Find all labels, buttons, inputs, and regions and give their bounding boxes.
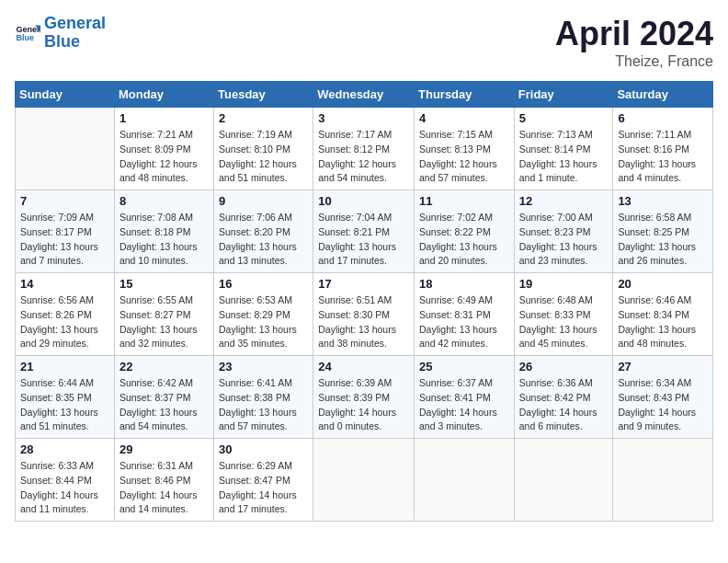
calendar-week-4: 21Sunrise: 6:44 AMSunset: 8:35 PMDayligh… [16, 356, 713, 439]
day-info: Sunrise: 7:13 AMSunset: 8:14 PMDaylight:… [519, 128, 609, 186]
calendar-cell: 25Sunrise: 6:37 AMSunset: 8:41 PMDayligh… [415, 356, 515, 439]
calendar-cell: 22Sunrise: 6:42 AMSunset: 8:37 PMDayligh… [114, 356, 213, 439]
calendar-cell [514, 439, 613, 522]
day-info: Sunrise: 7:09 AMSunset: 8:17 PMDaylight:… [20, 211, 109, 269]
day-number: 24 [318, 360, 409, 373]
calendar-cell: 3Sunrise: 7:17 AMSunset: 8:12 PMDaylight… [313, 108, 415, 190]
calendar-week-3: 14Sunrise: 6:56 AMSunset: 8:26 PMDayligh… [16, 273, 713, 356]
day-info: Sunrise: 6:39 AMSunset: 8:39 PMDaylight:… [318, 376, 409, 434]
day-number: 20 [618, 277, 708, 291]
day-info: Sunrise: 6:37 AMSunset: 8:41 PMDaylight:… [419, 376, 509, 434]
day-info: Sunrise: 7:21 AMSunset: 8:09 PMDaylight:… [119, 128, 209, 186]
day-number: 7 [20, 194, 109, 208]
day-info: Sunrise: 7:17 AMSunset: 8:12 PMDaylight:… [318, 128, 409, 186]
calendar-cell: 30Sunrise: 6:29 AMSunset: 8:47 PMDayligh… [214, 439, 313, 522]
calendar-cell: 8Sunrise: 7:08 AMSunset: 8:18 PMDaylight… [114, 190, 213, 273]
calendar-cell: 20Sunrise: 6:46 AMSunset: 8:34 PMDayligh… [613, 273, 713, 356]
day-number: 25 [419, 360, 509, 373]
calendar-cell: 29Sunrise: 6:31 AMSunset: 8:46 PMDayligh… [114, 439, 213, 522]
calendar-cell: 9Sunrise: 7:06 AMSunset: 8:20 PMDaylight… [214, 190, 313, 273]
calendar-cell: 16Sunrise: 6:53 AMSunset: 8:29 PMDayligh… [214, 273, 313, 356]
calendar-cell [613, 439, 713, 522]
calendar-cell: 7Sunrise: 7:09 AMSunset: 8:17 PMDaylight… [16, 190, 115, 273]
day-info: Sunrise: 6:29 AMSunset: 8:47 PMDaylight:… [219, 459, 308, 517]
calendar-cell: 19Sunrise: 6:48 AMSunset: 8:33 PMDayligh… [514, 273, 613, 356]
logo: General Blue General Blue [15, 15, 106, 52]
location-title: Theize, France [555, 53, 713, 70]
day-info: Sunrise: 6:44 AMSunset: 8:35 PMDaylight:… [20, 376, 109, 434]
calendar-header-row: SundayMondayTuesdayWednesdayThursdayFrid… [16, 82, 713, 108]
logo-line1: General [44, 14, 106, 32]
calendar-cell: 10Sunrise: 7:04 AMSunset: 8:21 PMDayligh… [313, 190, 415, 273]
day-number: 9 [219, 194, 308, 208]
calendar-cell: 18Sunrise: 6:49 AMSunset: 8:31 PMDayligh… [415, 273, 515, 356]
calendar-week-2: 7Sunrise: 7:09 AMSunset: 8:17 PMDaylight… [16, 190, 713, 273]
day-number: 6 [618, 111, 708, 125]
column-header-tuesday: Tuesday [214, 82, 313, 108]
day-info: Sunrise: 6:51 AMSunset: 8:30 PMDaylight:… [318, 293, 409, 351]
calendar-cell: 6Sunrise: 7:11 AMSunset: 8:16 PMDaylight… [613, 108, 713, 190]
day-number: 1 [119, 111, 209, 125]
calendar-cell [16, 108, 115, 190]
logo-line2: Blue [44, 32, 80, 51]
calendar-cell: 24Sunrise: 6:39 AMSunset: 8:39 PMDayligh… [313, 356, 415, 439]
day-number: 11 [419, 194, 509, 208]
column-header-thursday: Thursday [415, 82, 515, 108]
day-info: Sunrise: 7:04 AMSunset: 8:21 PMDaylight:… [318, 211, 409, 269]
calendar-cell [415, 439, 515, 522]
page-header: General Blue General Blue April 2024 The… [15, 15, 713, 70]
day-number: 8 [119, 194, 209, 208]
calendar-cell: 26Sunrise: 6:36 AMSunset: 8:42 PMDayligh… [514, 356, 613, 439]
day-number: 17 [318, 277, 409, 291]
day-info: Sunrise: 6:58 AMSunset: 8:25 PMDaylight:… [618, 211, 708, 269]
day-number: 15 [119, 277, 209, 291]
column-header-friday: Friday [514, 82, 613, 108]
day-number: 30 [219, 442, 308, 456]
column-header-wednesday: Wednesday [313, 82, 415, 108]
day-info: Sunrise: 7:06 AMSunset: 8:20 PMDaylight:… [219, 211, 308, 269]
calendar-cell: 2Sunrise: 7:19 AMSunset: 8:10 PMDaylight… [214, 108, 313, 190]
calendar-cell: 1Sunrise: 7:21 AMSunset: 8:09 PMDaylight… [114, 108, 213, 190]
calendar-cell: 21Sunrise: 6:44 AMSunset: 8:35 PMDayligh… [16, 356, 115, 439]
day-info: Sunrise: 6:31 AMSunset: 8:46 PMDaylight:… [119, 459, 209, 517]
day-info: Sunrise: 6:56 AMSunset: 8:26 PMDaylight:… [20, 293, 109, 351]
day-info: Sunrise: 6:53 AMSunset: 8:29 PMDaylight:… [219, 293, 308, 351]
calendar-body: 1Sunrise: 7:21 AMSunset: 8:09 PMDaylight… [16, 108, 713, 522]
calendar-week-5: 28Sunrise: 6:33 AMSunset: 8:44 PMDayligh… [16, 439, 713, 522]
calendar-week-1: 1Sunrise: 7:21 AMSunset: 8:09 PMDaylight… [16, 108, 713, 190]
day-number: 27 [618, 360, 708, 373]
month-title: April 2024 [555, 15, 713, 53]
day-info: Sunrise: 7:11 AMSunset: 8:16 PMDaylight:… [618, 128, 708, 186]
day-number: 18 [419, 277, 509, 291]
calendar-cell: 15Sunrise: 6:55 AMSunset: 8:27 PMDayligh… [114, 273, 213, 356]
day-info: Sunrise: 6:46 AMSunset: 8:34 PMDaylight:… [618, 293, 708, 351]
calendar-cell: 13Sunrise: 6:58 AMSunset: 8:25 PMDayligh… [613, 190, 713, 273]
day-number: 29 [119, 442, 209, 456]
calendar-table: SundayMondayTuesdayWednesdayThursdayFrid… [15, 81, 713, 522]
calendar-cell [313, 439, 415, 522]
day-info: Sunrise: 7:02 AMSunset: 8:22 PMDaylight:… [419, 211, 509, 269]
column-header-saturday: Saturday [613, 82, 713, 108]
day-number: 19 [519, 277, 609, 291]
day-number: 5 [519, 111, 609, 125]
column-header-sunday: Sunday [16, 82, 115, 108]
calendar-cell: 17Sunrise: 6:51 AMSunset: 8:30 PMDayligh… [313, 273, 415, 356]
svg-text:Blue: Blue [16, 33, 34, 42]
day-number: 23 [219, 360, 308, 373]
day-info: Sunrise: 6:41 AMSunset: 8:38 PMDaylight:… [219, 376, 308, 434]
day-number: 28 [20, 442, 109, 456]
day-info: Sunrise: 6:48 AMSunset: 8:33 PMDaylight:… [519, 293, 609, 351]
calendar-cell: 23Sunrise: 6:41 AMSunset: 8:38 PMDayligh… [214, 356, 313, 439]
day-number: 2 [219, 111, 308, 125]
calendar-cell: 4Sunrise: 7:15 AMSunset: 8:13 PMDaylight… [415, 108, 515, 190]
calendar-cell: 12Sunrise: 7:00 AMSunset: 8:23 PMDayligh… [514, 190, 613, 273]
day-info: Sunrise: 7:19 AMSunset: 8:10 PMDaylight:… [219, 128, 308, 186]
day-number: 3 [318, 111, 409, 125]
calendar-cell: 27Sunrise: 6:34 AMSunset: 8:43 PMDayligh… [613, 356, 713, 439]
day-info: Sunrise: 6:55 AMSunset: 8:27 PMDaylight:… [119, 293, 209, 351]
day-info: Sunrise: 6:34 AMSunset: 8:43 PMDaylight:… [618, 376, 708, 434]
day-number: 13 [618, 194, 708, 208]
day-number: 21 [20, 360, 109, 373]
day-number: 16 [219, 277, 308, 291]
logo-icon: General Blue [15, 20, 40, 46]
